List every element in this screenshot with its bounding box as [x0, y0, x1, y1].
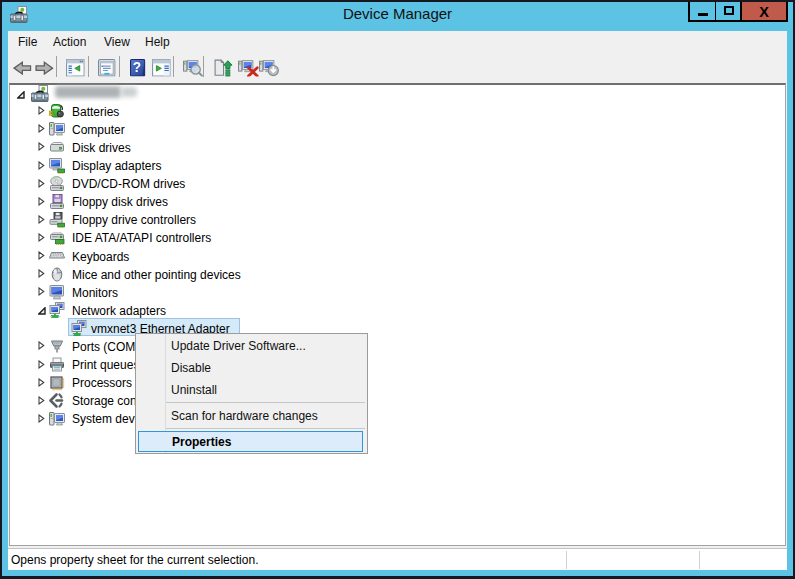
svg-text:?: ?	[133, 60, 141, 75]
